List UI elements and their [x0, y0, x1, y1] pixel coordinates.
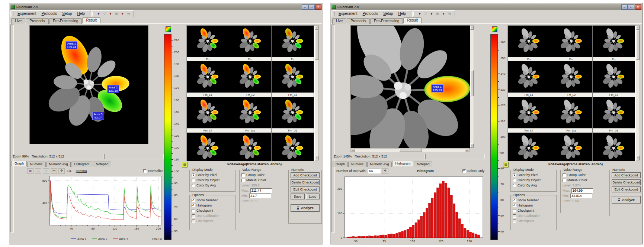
thumbnail-fm-lss[interactable]: Fm_Lss	[550, 97, 593, 133]
radio-color-by-object[interactable]: Color by Object	[192, 178, 233, 183]
dot-red-icon[interactable]: ●	[440, 11, 446, 16]
scrollbar-thumb[interactable]	[399, 149, 422, 152]
menu-help[interactable]: Help	[395, 12, 408, 16]
menu-experiment[interactable]: Experiment	[336, 12, 360, 16]
tab-protocols[interactable]: Protocols	[347, 18, 370, 24]
thumbnail-fm-d1[interactable]: Fm_D1	[272, 97, 314, 133]
max-value-input[interactable]	[571, 188, 593, 193]
toolbar-grip[interactable]	[92, 12, 94, 16]
thumbnail-fp[interactable]: Fp	[593, 26, 635, 61]
menu-experiment[interactable]: Experiment	[15, 12, 39, 16]
thumbnail-scrollbar[interactable]	[315, 25, 319, 160]
tab-live[interactable]: Live	[11, 18, 25, 24]
checkbox-histogram[interactable]: Histogram	[513, 203, 554, 208]
thumbnail-row4-12[interactable]	[272, 133, 314, 161]
scroll-up-icon[interactable]	[636, 26, 640, 30]
bottom-tab-numeric[interactable]: Numeric	[27, 162, 46, 167]
thumbnail-row4-11[interactable]	[550, 133, 593, 161]
maximize-button[interactable]	[308, 4, 315, 10]
checkbox-show-number[interactable]: Show Number	[513, 198, 554, 203]
group-color-checkbox[interactable]: Group Color	[241, 172, 284, 178]
ring-icon[interactable]: ◎	[435, 11, 440, 16]
manual-color-checkbox[interactable]: Manual Color	[241, 178, 284, 183]
thumbnail-fm-l1[interactable]: Fm_L1	[187, 61, 229, 97]
tab-pre-processing[interactable]: Pre-Processing	[49, 18, 82, 24]
scroll-down-icon[interactable]	[470, 143, 474, 147]
thumbnail-row4-10[interactable]	[508, 133, 550, 161]
splitter-strip[interactable]	[10, 25, 14, 233]
area-3-label[interactable]: Area 3 92.07	[92, 112, 104, 120]
thumbnail-fo[interactable]: Fo	[187, 26, 229, 61]
filter-red-icon[interactable]: ▼	[429, 11, 435, 16]
tab-result[interactable]: Result	[82, 17, 100, 23]
range-icon[interactable]	[51, 168, 57, 174]
percent-icon[interactable]: %	[446, 11, 452, 16]
filter-light-icon[interactable]: ▽	[423, 11, 429, 16]
thumbnail-fm-d1[interactable]: Fm_D1	[593, 97, 635, 133]
filter-blue-icon[interactable]: ▼	[417, 11, 423, 16]
scroll-right-icon[interactable]	[465, 149, 469, 152]
minimize-button[interactable]	[302, 4, 308, 10]
ll-toggle[interactable]: L/L	[66, 169, 73, 173]
menu-setup[interactable]: Setup	[381, 12, 395, 16]
menu-help[interactable]: Help	[74, 12, 87, 16]
bottom-tab-notepad[interactable]: Notepad	[93, 162, 111, 167]
area-2-label[interactable]: Area 2 121.10	[107, 85, 119, 93]
min-value-input[interactable]	[249, 194, 271, 198]
pan-icon[interactable]	[58, 168, 65, 174]
thumbnail-fm-l2[interactable]: Fm_L2	[229, 61, 272, 97]
gamma-toggle[interactable]: gamma	[75, 169, 88, 173]
area-1-label[interactable]: Area 1 135.93	[431, 84, 443, 92]
scroll-down-icon[interactable]	[315, 156, 318, 160]
scrollbar-thumb[interactable]	[636, 30, 640, 60]
colorbar-gradient-icon[interactable]	[166, 26, 171, 32]
thumbnail-row4-10[interactable]	[187, 133, 229, 161]
toolbar-grip[interactable]	[12, 12, 13, 16]
scrollbar-thumb[interactable]	[315, 30, 318, 60]
delete-checkpoint-button[interactable]: Delete Checkpoint	[612, 179, 641, 185]
image-hscrollbar[interactable]	[350, 148, 470, 152]
image-vscrollbar[interactable]	[470, 25, 474, 148]
checkbox-checkpoint[interactable]: Checkpoint	[513, 208, 554, 213]
thumbnail-fm-l3[interactable]: Fm_L3	[593, 61, 635, 97]
load-button[interactable]: Load	[306, 194, 320, 199]
area-1-label[interactable]: Area 1 199.24	[65, 41, 77, 49]
scale-chart-icon[interactable]	[27, 168, 33, 174]
tab-live[interactable]: Live	[332, 18, 346, 24]
thumbnail-fm[interactable]: Fm	[229, 26, 272, 61]
scroll-down-icon[interactable]	[636, 156, 640, 160]
radio-color-by-object[interactable]: Color by Object	[513, 178, 554, 183]
checkbox-show-number[interactable]: Show Number	[192, 198, 233, 203]
menu-protocols[interactable]: Protocols	[360, 12, 381, 16]
add-checkpoint-button[interactable]: Add Checkpoint	[291, 172, 320, 178]
tab-result[interactable]: Result	[403, 17, 421, 23]
add-checkpoint-button[interactable]: Add Checkpoint	[612, 172, 641, 178]
scroll-left-icon[interactable]	[351, 149, 355, 152]
bottom-tab-graph[interactable]: Graph	[333, 162, 348, 167]
checkbox-checkpoint[interactable]: Checkpoint	[192, 208, 233, 213]
checkbox-use-calibration[interactable]: Use Calibration	[192, 213, 233, 218]
redraw-icon[interactable]	[382, 168, 388, 174]
close-button[interactable]	[315, 4, 321, 10]
bottom-tab-histogram[interactable]: Histogram	[392, 161, 413, 166]
toolbar-grip[interactable]	[333, 12, 334, 16]
select-only-checkbox[interactable]: Select Only	[462, 168, 484, 173]
radio-color-by-pixel[interactable]: Color by Pixel	[192, 172, 233, 178]
radio-color-by-avg[interactable]: Color By Avg	[513, 183, 554, 188]
fluorescence-image[interactable]: Area 1 199.24 Area 2 121.10 Area 3 92.07	[29, 25, 148, 144]
menu-protocols[interactable]: Protocols	[39, 12, 60, 16]
scroll-up-icon[interactable]	[470, 26, 474, 30]
bottom-tab-graph[interactable]: Graph	[12, 161, 27, 166]
radio-color-by-pixel[interactable]: Color by Pixel	[513, 172, 554, 178]
bottom-tab-numeric-avg[interactable]: Numeric Avg	[46, 162, 71, 167]
menu-setup[interactable]: Setup	[60, 12, 74, 16]
filter-red-icon[interactable]: ▼	[108, 11, 113, 16]
thumbnail-fm-l4[interactable]: Fm_L4	[187, 97, 229, 133]
thumbnail-row4-11[interactable]	[229, 133, 272, 161]
bottom-tab-numeric[interactable]: Numeric	[348, 162, 367, 167]
group-color-checkbox[interactable]: Group Color	[563, 172, 605, 178]
thumbnail-row4-12[interactable]	[593, 133, 635, 161]
thumbnail-fm-lss[interactable]: Fm_Lss	[229, 97, 272, 133]
thumbnail-fm-l1[interactable]: Fm_L1	[508, 61, 550, 97]
edit-checkpoint-button[interactable]: Edit Checkpoint	[291, 186, 320, 192]
